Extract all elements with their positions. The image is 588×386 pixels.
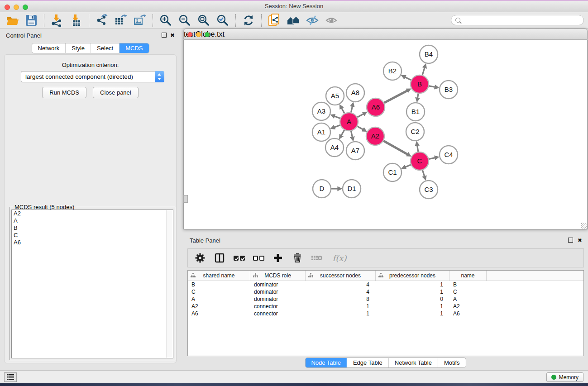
node-table[interactable]: shared nameMCDS rolesuccessor nodesprede… [187,270,584,356]
export-image-icon[interactable] [133,13,147,28]
tab-motifs[interactable]: Motifs [438,358,466,367]
table-cell[interactable]: dominator [250,296,306,302]
mcds-result-item[interactable]: A [12,217,173,224]
tab-network[interactable]: Network [32,43,65,53]
graph-node-B4[interactable]: B4 [420,45,438,63]
control-panel-float-icon[interactable] [162,33,167,38]
graph-node-A1[interactable]: A1 [312,123,330,141]
graph-node-C4[interactable]: C4 [440,146,458,164]
run-mcds-button[interactable]: Run MCDS [42,87,86,98]
export-network-icon[interactable] [95,13,109,28]
scrollbar-track[interactable] [166,210,173,358]
table-cell[interactable]: C [449,289,487,295]
deselect-all-icon[interactable] [253,252,264,264]
zoom-in-icon[interactable] [158,13,173,28]
table-cell[interactable]: 1 [376,310,449,317]
mcds-result-item[interactable]: A2 [12,210,173,217]
graph-edge-A-A6[interactable] [357,114,363,117]
hide-eye-icon[interactable] [305,13,320,28]
graph-node-A3[interactable]: A3 [312,102,330,120]
table-cell[interactable]: A6 [188,310,250,317]
select-all-icon[interactable] [233,252,245,264]
graph-node-A8[interactable]: A8 [346,84,364,102]
minimize-window-icon[interactable] [14,5,19,10]
graph-node-A[interactable]: A [340,113,358,131]
table-row[interactable]: Cdominator41C [188,288,583,295]
table-row[interactable]: Adominator80A [188,295,583,303]
network-close-icon[interactable] [187,32,192,37]
open-session-icon[interactable] [5,13,19,28]
table-cell[interactable]: B [188,281,250,288]
close-panel-button[interactable]: Close panel [93,87,139,98]
show-columns-icon[interactable] [214,252,225,264]
network-minimize-icon[interactable] [196,32,201,37]
tab-edge-table[interactable]: Edge Table [347,358,388,367]
table-row[interactable]: A6connector11A6 [188,310,583,317]
table-cell[interactable]: dominator [250,289,306,295]
mcds-result-list[interactable]: A2ABCA6 [11,210,173,358]
table-cell[interactable]: 4 [306,289,376,295]
graph-edge-B-B3[interactable] [429,86,435,87]
tab-style[interactable]: Style [65,43,91,53]
graph-edge-C-C1[interactable] [405,165,411,167]
column-header-name[interactable]: name [449,271,487,281]
column-header-MCDS-role[interactable]: MCDS role [250,271,306,281]
graph-node-A4[interactable]: A4 [325,138,344,157]
graph-node-B[interactable]: B [411,75,429,93]
graph-edge-A-A1[interactable] [334,125,340,127]
export-table-icon[interactable] [114,13,128,28]
graph-node-D1[interactable]: D1 [343,180,361,198]
tab-network-table[interactable]: Network Table [388,358,438,367]
table-cell[interactable]: connector [250,303,306,310]
graph-node-A6[interactable]: A6 [367,98,385,116]
graph-edge-A-A5[interactable] [341,108,344,113]
table-cell[interactable]: A [188,296,250,302]
tab-node-table[interactable]: Node Table [305,358,347,367]
mcds-result-item[interactable]: C [12,232,173,239]
graph-node-D[interactable]: D [313,180,331,198]
graph-node-B2[interactable]: B2 [383,62,402,80]
graph-edge-C-C3[interactable] [422,170,425,176]
table-cell[interactable]: 8 [306,296,376,302]
gear-icon[interactable] [194,252,206,264]
import-network-icon[interactable] [50,13,64,28]
network-window-titlebar[interactable]: testGlobe.txt [183,29,588,40]
mcds-result-item[interactable]: B [12,224,173,232]
table-cell[interactable]: dominator [250,281,306,288]
graph-edge-A-A3[interactable] [334,116,340,119]
close-window-icon[interactable] [5,5,10,10]
graph-edge-B-B4[interactable] [422,67,425,75]
table-row[interactable]: Bdominator41B [188,281,583,288]
table-cell[interactable]: A [449,296,487,302]
table-cell[interactable]: 4 [306,281,376,288]
table-cell[interactable]: connector [250,310,306,317]
network-zoom-icon[interactable] [205,32,210,37]
table-cell[interactable]: A2 [449,303,487,310]
table-cell[interactable]: 0 [376,296,449,302]
table-cell[interactable]: A2 [188,303,250,310]
graph-node-C3[interactable]: C3 [420,181,438,199]
graph-node-B1[interactable]: B1 [406,103,425,121]
search-input[interactable] [463,16,580,25]
column-header-shared-name[interactable]: shared name [188,271,250,281]
table-cell[interactable]: C [188,289,250,295]
show-eye-icon[interactable] [324,13,339,28]
graph-edge-A-A4[interactable] [341,130,344,136]
tab-mcds[interactable]: MCDS [119,43,148,53]
houses-icon[interactable] [286,13,301,28]
resize-grip-icon[interactable] [581,223,587,229]
mcds-result-item[interactable]: A6 [12,239,173,246]
refresh-icon[interactable] [241,13,256,28]
memory-button[interactable]: Memory [546,372,583,382]
column-header-successor-nodes[interactable]: successor nodes [306,271,376,281]
graph-node-B3[interactable]: B3 [440,81,458,99]
table-cell[interactable]: 1 [306,310,376,317]
graph-node-C[interactable]: C [411,152,429,170]
graph-edge-A-A8[interactable] [351,106,352,112]
column-header-predecessor-nodes[interactable]: predecessor nodes [376,271,449,281]
network-canvas[interactable]: B4B2BB3A8A5A6A3B1AA1C2A2A4A7C4CC1DD1C3 [183,40,588,229]
graph-edge-A-A2[interactable] [357,126,363,129]
table-cell[interactable]: A6 [449,310,487,317]
table-panel-close-icon[interactable]: ✖ [578,238,582,243]
tab-select[interactable]: Select [91,43,119,53]
